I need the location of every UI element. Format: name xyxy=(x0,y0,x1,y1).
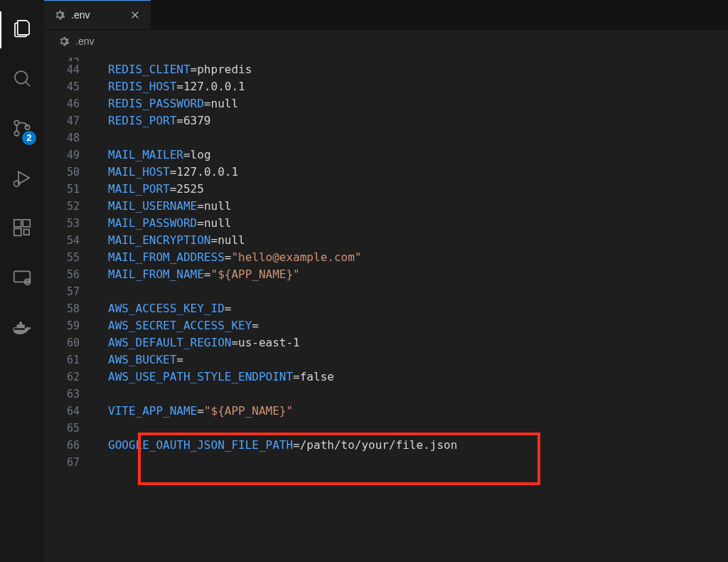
code-line[interactable]: MAIL_ENCRYPTION=null xyxy=(108,232,728,249)
extensions-activity[interactable] xyxy=(4,211,41,248)
code-line[interactable] xyxy=(108,129,728,147)
svg-point-0 xyxy=(15,71,28,84)
debug-icon xyxy=(11,167,33,191)
svg-point-2 xyxy=(14,120,19,125)
line-number: 62 xyxy=(44,369,100,386)
debug-activity[interactable] xyxy=(4,161,41,198)
editor-group: .env .env 434445464748495051525354555657… xyxy=(44,0,728,562)
remote-activity[interactable] xyxy=(4,260,41,297)
line-number: 54 xyxy=(44,232,100,249)
tab-env[interactable]: .env xyxy=(44,0,151,29)
svg-rect-7 xyxy=(14,220,21,227)
code-line[interactable]: MAIL_FROM_NAME="${APP_NAME}" xyxy=(108,266,728,283)
svg-line-1 xyxy=(26,82,30,86)
breadcrumb-label: .env xyxy=(75,36,94,47)
line-number: 49 xyxy=(44,147,100,164)
code-line[interactable]: VITE_APP_NAME="${APP_NAME}" xyxy=(108,403,728,420)
line-number-gutter: 4344454647484950515253545556575859606162… xyxy=(44,53,100,562)
svg-rect-8 xyxy=(23,220,30,227)
line-number: 66 xyxy=(44,437,100,454)
code-line[interactable]: REDIS_CLIENT=phpredis xyxy=(108,61,728,78)
line-number: 46 xyxy=(44,95,100,112)
remote-icon xyxy=(11,267,33,291)
line-number: 55 xyxy=(44,249,100,266)
svg-marker-5 xyxy=(18,171,29,184)
gear-icon xyxy=(58,36,70,47)
svg-rect-10 xyxy=(24,230,30,235)
code-line[interactable]: MAIL_HOST=127.0.0.1 xyxy=(108,164,728,181)
line-number: 48 xyxy=(44,129,100,147)
scm-activity[interactable]: 2 xyxy=(4,111,41,148)
line-number: 60 xyxy=(44,334,100,351)
code-line[interactable]: AWS_DEFAULT_REGION=us-east-1 xyxy=(108,334,728,351)
svg-rect-9 xyxy=(14,228,21,235)
explorer-activity[interactable] xyxy=(4,11,41,48)
code-line[interactable]: REDIS_HOST=127.0.0.1 xyxy=(108,78,728,95)
tab-bar: .env xyxy=(44,0,728,30)
close-icon[interactable] xyxy=(129,9,141,21)
line-number: 51 xyxy=(44,181,100,198)
svg-point-3 xyxy=(14,131,19,136)
line-number: 57 xyxy=(44,283,100,300)
code-line[interactable]: GOOGLE_OAUTH_JSON_FILE_PATH=/path/to/you… xyxy=(108,437,728,454)
code-line[interactable]: AWS_SECRET_ACCESS_KEY= xyxy=(108,317,728,334)
search-icon xyxy=(11,68,33,92)
code-line[interactable]: AWS_ACCESS_KEY_ID= xyxy=(108,300,728,317)
scm-badge: 2 xyxy=(22,131,36,145)
line-number: 63 xyxy=(44,386,100,403)
tab-label: .env xyxy=(71,9,90,21)
line-number: 47 xyxy=(44,112,100,129)
extensions-icon xyxy=(11,217,33,241)
line-number: 44 xyxy=(44,61,100,78)
line-number: 61 xyxy=(44,351,100,369)
code-line[interactable] xyxy=(108,454,728,471)
code-line[interactable]: AWS_BUCKET= xyxy=(108,351,728,369)
line-number: 58 xyxy=(44,300,100,317)
docker-icon xyxy=(11,317,33,341)
line-number: 52 xyxy=(44,198,100,215)
svg-rect-11 xyxy=(14,271,31,282)
files-icon xyxy=(11,18,33,42)
line-number: 45 xyxy=(44,78,100,95)
app-root: 2 xyxy=(0,0,728,562)
line-number: 64 xyxy=(44,403,100,420)
docker-activity[interactable] xyxy=(4,310,41,347)
code-line[interactable]: MAIL_MAILER=log xyxy=(108,147,728,164)
breadcrumb[interactable]: .env xyxy=(44,30,728,53)
code-line[interactable]: MAIL_USERNAME=null xyxy=(108,198,728,215)
code-line[interactable] xyxy=(108,420,728,437)
editor[interactable]: 4344454647484950515253545556575859606162… xyxy=(44,53,728,562)
code-line[interactable]: MAIL_PASSWORD=null xyxy=(108,215,728,232)
line-number: 53 xyxy=(44,215,100,232)
line-number: 65 xyxy=(44,420,100,437)
code-line[interactable]: REDIS_PASSWORD=null xyxy=(108,95,728,112)
line-number: 56 xyxy=(44,266,100,283)
code-line[interactable]: AWS_USE_PATH_STYLE_ENDPOINT=false xyxy=(108,369,728,386)
code-line[interactable]: REDIS_PORT=6379 xyxy=(108,112,728,129)
activity-bar: 2 xyxy=(0,0,44,562)
line-number: 59 xyxy=(44,317,100,334)
gear-icon xyxy=(54,9,65,21)
line-number: 67 xyxy=(44,454,100,471)
code-line[interactable] xyxy=(108,283,728,300)
code-content[interactable]: REDIS_CLIENT=phpredisREDIS_HOST=127.0.0.… xyxy=(100,53,728,562)
line-number: 50 xyxy=(44,164,100,181)
search-activity[interactable] xyxy=(4,61,41,98)
code-line[interactable] xyxy=(108,386,728,403)
code-line[interactable]: MAIL_PORT=2525 xyxy=(108,181,728,198)
code-line[interactable]: MAIL_FROM_ADDRESS="hello@example.com" xyxy=(108,249,728,266)
